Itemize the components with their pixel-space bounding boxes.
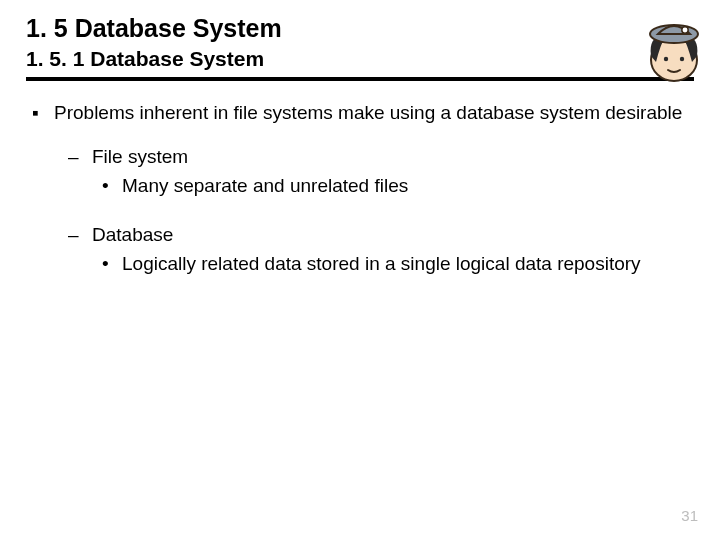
bullet-level3: • Many separate and unrelated files bbox=[26, 174, 694, 199]
slide: 1. 5 Database System 1. 5. 1 Database Sy… bbox=[0, 0, 720, 540]
dot-bullet-icon: • bbox=[102, 174, 122, 199]
svg-point-3 bbox=[664, 57, 668, 61]
bullet-level2: – File system bbox=[26, 145, 694, 170]
dot-bullet-icon: • bbox=[102, 252, 122, 277]
slide-heading: 1. 5 Database System bbox=[26, 14, 694, 43]
slide-body: ▪ Problems inherent in file systems make… bbox=[26, 101, 694, 276]
bullet-text: Database bbox=[92, 223, 173, 248]
bullet-text: File system bbox=[92, 145, 188, 170]
bullet-level2: – Database bbox=[26, 223, 694, 248]
dash-bullet-icon: – bbox=[68, 223, 92, 248]
divider bbox=[26, 77, 694, 81]
bullet-text: Logically related data stored in a singl… bbox=[122, 252, 641, 277]
bullet-level1: ▪ Problems inherent in file systems make… bbox=[26, 101, 694, 126]
bullet-level3: • Logically related data stored in a sin… bbox=[26, 252, 694, 277]
slide-subheading: 1. 5. 1 Database System bbox=[26, 47, 694, 71]
character-avatar bbox=[638, 16, 710, 84]
page-number: 31 bbox=[681, 507, 698, 524]
svg-point-4 bbox=[680, 57, 684, 61]
bullet-text: Problems inherent in file systems make u… bbox=[54, 101, 694, 126]
bullet-text: Many separate and unrelated files bbox=[122, 174, 408, 199]
dash-bullet-icon: – bbox=[68, 145, 92, 170]
svg-point-2 bbox=[682, 27, 688, 33]
square-bullet-icon: ▪ bbox=[32, 101, 54, 126]
